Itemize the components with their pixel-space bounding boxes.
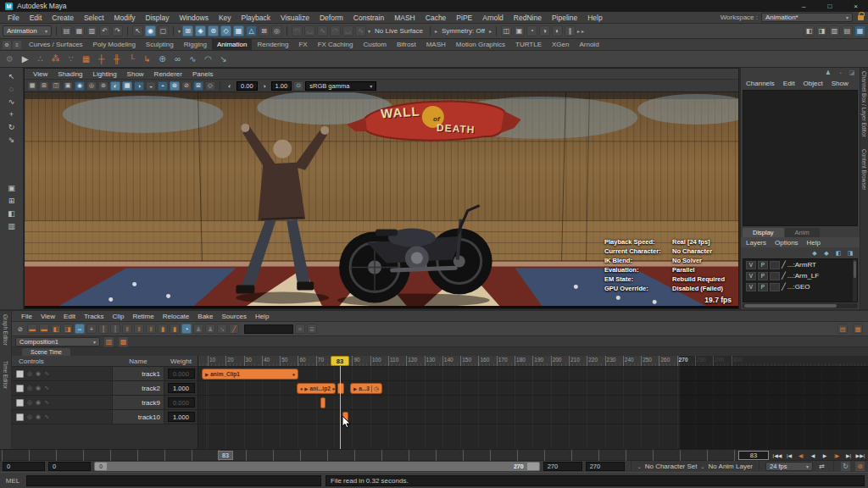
toggle-outliner-icon[interactable]: ▦ bbox=[854, 25, 865, 36]
time-editor-menu-item[interactable]: Edit bbox=[59, 313, 80, 320]
chevron-right-icon[interactable]: ▸ bbox=[581, 28, 584, 34]
set-driven-key-icon[interactable]: ∵ bbox=[64, 53, 77, 65]
track-ghost-icon[interactable]: ∿ bbox=[44, 399, 49, 406]
track-name[interactable]: track10 bbox=[112, 410, 164, 424]
pause-viewport-icon[interactable]: ∥ bbox=[565, 25, 576, 36]
insert-key-icon[interactable]: ┼ bbox=[95, 53, 108, 65]
vp-ao-icon[interactable]: ⊛ bbox=[170, 81, 180, 91]
transport-button[interactable]: ▶| bbox=[843, 451, 854, 460]
te-options-icon[interactable]: ≣ bbox=[307, 324, 317, 334]
layer-color-swatch[interactable] bbox=[770, 261, 780, 269]
tab-scene-time[interactable]: Scene Time bbox=[22, 348, 70, 356]
layer-editor-menu-item[interactable]: Help bbox=[804, 239, 824, 247]
te-split-icon[interactable]: ‖ bbox=[122, 324, 132, 334]
tab-graph-editor[interactable]: Graph Editor bbox=[3, 314, 8, 346]
track-enable-checkbox[interactable] bbox=[16, 385, 24, 392]
menu-item[interactable]: Edit bbox=[25, 14, 47, 22]
menu-set-dropdown[interactable]: Animation ▾ bbox=[3, 25, 52, 36]
fps-dropdown[interactable]: 24 fps ▾ bbox=[765, 462, 813, 471]
motion-trail-icon[interactable]: ↘ bbox=[217, 53, 230, 65]
menu-item[interactable]: Key bbox=[214, 14, 236, 22]
viewport-menu-item[interactable]: Renderer bbox=[149, 70, 187, 78]
time-editor-menu-item[interactable]: Help bbox=[251, 313, 273, 320]
scale-tool-icon[interactable]: ⇘ bbox=[6, 134, 17, 145]
vp-field-chart-icon[interactable]: ◎ bbox=[86, 81, 97, 91]
layer-visibility-toggle[interactable]: V bbox=[746, 283, 756, 291]
shelf-tab[interactable]: Animation bbox=[212, 39, 253, 50]
layer-list-vscrollbar[interactable] bbox=[853, 259, 857, 302]
track-name[interactable]: track9 bbox=[112, 396, 164, 409]
menu-item[interactable]: File bbox=[3, 14, 25, 22]
shelf-tab[interactable]: Poly Modeling bbox=[88, 39, 141, 50]
vp-lights-icon[interactable]: ◒ bbox=[146, 81, 156, 91]
te-no-clip-icon[interactable]: ⊘ bbox=[15, 324, 25, 334]
move-key-icon[interactable]: └ bbox=[125, 53, 138, 65]
track-weight-field[interactable]: 1.000 bbox=[168, 412, 195, 422]
tab-channel-box-layer-editor[interactable]: Channel Box / Layer Editor bbox=[861, 71, 867, 137]
new-layer-icon[interactable]: ◨ bbox=[846, 249, 854, 258]
layer-row[interactable]: VP╱...:GEO bbox=[743, 281, 857, 292]
te-char-a-icon[interactable]: ♟ bbox=[193, 324, 203, 334]
te-char-b-icon[interactable]: ♟ bbox=[205, 324, 215, 334]
menu-item[interactable]: Select bbox=[79, 14, 109, 22]
show-manipulators-icon[interactable]: ♟ bbox=[824, 69, 832, 77]
time-slider-current-frame[interactable]: 83 bbox=[218, 451, 233, 460]
transport-button[interactable]: ◀ bbox=[807, 451, 819, 460]
te-crossfade-icon[interactable]: ▮ bbox=[158, 324, 168, 334]
te-group-clips-icon[interactable]: ‖ bbox=[146, 324, 156, 334]
chevron-down-icon[interactable]: ⌄ bbox=[637, 463, 642, 469]
vp-safe-action-icon[interactable]: ⊚ bbox=[98, 81, 108, 91]
track-row[interactable]: ◎◉∿track10.000 bbox=[12, 367, 198, 381]
set-breakdown-icon[interactable]: ⁂ bbox=[49, 53, 62, 65]
track-row[interactable]: ◎◉∿track21.000 bbox=[12, 381, 198, 396]
vp-xray-icon[interactable]: ⊠ bbox=[193, 81, 203, 91]
vp-textured-icon[interactable]: ◑ bbox=[134, 81, 144, 91]
set-key-icon[interactable]: ∴ bbox=[34, 53, 47, 65]
menu-item[interactable]: Modify bbox=[109, 14, 141, 22]
layer-playback-toggle[interactable]: P bbox=[758, 272, 768, 280]
track-ghost-icon[interactable]: ∿ bbox=[44, 385, 49, 391]
shelf-tab[interactable]: XGen bbox=[547, 39, 574, 50]
shelf-tab[interactable]: Rigging bbox=[179, 39, 212, 50]
menu-item[interactable]: Playback bbox=[236, 14, 276, 22]
track-mute-icon[interactable]: ◎ bbox=[27, 399, 32, 406]
curve-edit-icon[interactable]: ∿ bbox=[317, 25, 328, 36]
constraint-link-icon[interactable]: ∞ bbox=[171, 53, 184, 65]
te-trim-left-icon[interactable]: ┆ bbox=[98, 324, 108, 334]
menu-item[interactable]: Windows bbox=[174, 14, 213, 22]
construction-history-icon[interactable]: ◠ bbox=[292, 25, 303, 36]
clip-anim-clip1[interactable]: ▶ anim_Clip1 ● bbox=[202, 369, 298, 380]
te-list-icon[interactable]: ≡ bbox=[295, 324, 305, 334]
range-end-handle[interactable] bbox=[527, 463, 539, 470]
snap-point-icon[interactable]: ⊚ bbox=[208, 25, 219, 36]
select-tool-icon[interactable]: ↖ bbox=[6, 70, 17, 81]
clip-crossfade[interactable] bbox=[337, 383, 344, 394]
clip-anim-clip2[interactable]: ● ▶ ani...ip2 ● bbox=[297, 383, 336, 394]
close-button[interactable]: × bbox=[854, 3, 858, 10]
track-solo-icon[interactable]: ◉ bbox=[36, 399, 41, 406]
te-loop-clip-icon[interactable]: ◔ bbox=[181, 324, 192, 334]
rotate-tool-icon[interactable]: ↻ bbox=[6, 121, 17, 132]
layer-playback-toggle[interactable]: P bbox=[758, 283, 768, 291]
composition-dropdown[interactable]: Composition1 ▾ bbox=[15, 337, 100, 347]
toggle-layer-editor-icon[interactable]: ▤ bbox=[842, 25, 853, 36]
track-mute-icon[interactable]: ◎ bbox=[27, 370, 32, 377]
render-region-icon[interactable]: ▣ bbox=[514, 25, 525, 36]
select-object-icon[interactable]: ↖ bbox=[132, 25, 143, 36]
shelf-tab[interactable]: Bifrost bbox=[392, 39, 421, 50]
track-enable-checkbox[interactable] bbox=[16, 399, 24, 407]
live-surface-field[interactable]: No Live Surface bbox=[372, 27, 426, 35]
track-name[interactable]: track1 bbox=[112, 367, 164, 380]
shelf-tab[interactable]: Rendering bbox=[252, 39, 293, 50]
transport-button[interactable]: ▶▶| bbox=[854, 451, 866, 460]
transport-button[interactable]: ◀| bbox=[795, 451, 807, 460]
track-ghost-icon[interactable]: ∿ bbox=[44, 413, 49, 420]
te-ripple-tool-icon[interactable]: + bbox=[86, 324, 97, 334]
mel-label[interactable]: MEL bbox=[3, 477, 22, 485]
manage-compositions-icon[interactable]: ▩ bbox=[118, 336, 129, 347]
transport-button[interactable]: |◀ bbox=[783, 451, 795, 460]
minimize-button[interactable]: – bbox=[802, 3, 805, 10]
track-solo-icon[interactable]: ◉ bbox=[36, 413, 41, 420]
maximize-button[interactable]: □ bbox=[827, 3, 832, 10]
layout-single-icon[interactable]: ▣ bbox=[6, 182, 17, 193]
